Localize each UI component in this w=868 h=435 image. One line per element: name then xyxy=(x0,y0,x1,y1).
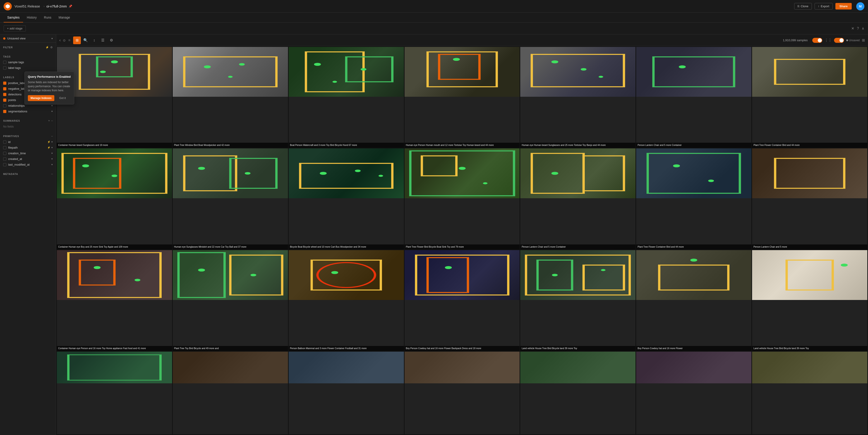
sample-tags-checkbox[interactable] xyxy=(3,61,6,64)
tags-header[interactable]: TAGS xyxy=(0,54,56,59)
label-tags-row[interactable]: label tags xyxy=(0,65,56,71)
grid-dots-icon[interactable]: ⋮⋮ xyxy=(825,38,832,42)
grid-item-r2c4[interactable]: Plant Tree Flower Bird Bicycle Boat Sink… xyxy=(405,148,520,249)
grid-item-r1c6[interactable]: Person Lantern Chair and 5 more Containe… xyxy=(636,47,751,148)
grid-item-r3c6[interactable]: Boy Person Cowboy hat and 16 more Flower xyxy=(636,250,751,351)
points-checkbox[interactable] xyxy=(3,98,6,102)
grid-item-r1c2[interactable]: Plant Tree Window Bird Boat Woodpecker a… xyxy=(173,47,288,148)
grid-item-r3c1[interactable]: Container Human eye Person and 16 more T… xyxy=(57,250,172,351)
detections-name: detections xyxy=(8,93,22,96)
share-button[interactable]: Share xyxy=(835,3,852,9)
summaries-header[interactable]: SUMMARIES + − xyxy=(0,118,56,124)
segmentations-row[interactable]: segmentations ▾ xyxy=(0,109,56,114)
grid-item-r4c3[interactable] xyxy=(289,352,404,434)
summaries-minus-icon[interactable]: − xyxy=(51,119,53,122)
last-modified-checkbox[interactable] xyxy=(3,163,6,166)
id-name: id xyxy=(8,140,10,144)
grid-item-r3c3[interactable]: Person Balloon Mammal and 3 more Flower … xyxy=(289,250,404,351)
grid-item-r2c5[interactable]: Person Lantern Chair and 5 more Containe… xyxy=(520,148,636,249)
toggle-knob xyxy=(818,38,822,42)
relationships-checkbox[interactable] xyxy=(3,104,6,107)
summaries-add-icon[interactable]: + xyxy=(48,119,50,122)
grid-item-r2c6[interactable]: Plant Tree Flower Container Bird and 44 … xyxy=(636,148,751,249)
secondary-toggle-track[interactable] xyxy=(834,38,844,43)
help-icon[interactable]: ? xyxy=(857,27,859,31)
tab-runs[interactable]: Runs xyxy=(40,13,55,23)
tag-icon[interactable]: ⌗ xyxy=(68,38,70,42)
grid-view-icon[interactable]: ⊞ xyxy=(73,36,81,44)
grid-item-r4c4[interactable] xyxy=(405,352,520,434)
grid-item-r4c1[interactable] xyxy=(57,352,172,434)
negative-labels-checkbox[interactable] xyxy=(3,87,6,90)
nav-prev-icon[interactable]: ‹ xyxy=(59,38,61,42)
view-toggle-slider[interactable] xyxy=(812,38,822,43)
lightning-icon[interactable]: ⚡ xyxy=(45,46,49,49)
positive-labels-checkbox[interactable] xyxy=(3,82,6,85)
grid-item-r4c5[interactable] xyxy=(520,352,636,434)
metadata-minus-icon[interactable]: − xyxy=(51,172,53,176)
grid-item-r2c7[interactable]: Person Lantern Chair and 5 more xyxy=(752,148,867,249)
tab-manage[interactable]: Manage xyxy=(55,13,74,23)
export-button[interactable]: ↑ Export xyxy=(814,3,833,9)
grid-item-r2c3[interactable]: Bicycle Boat Bicycle wheel and 10 more C… xyxy=(289,148,404,249)
collapse-icon[interactable]: ∧ xyxy=(862,26,864,31)
grid-item-r4c2[interactable] xyxy=(173,352,288,434)
grid-item-r3c5[interactable]: Land vehicle House Tree Bird Bicycle lan… xyxy=(520,250,636,351)
app-logo[interactable] xyxy=(4,2,12,10)
clone-button[interactable]: ⎘ Clone xyxy=(794,3,812,9)
list-icon[interactable]: ☰ xyxy=(99,36,106,44)
label-tags-checkbox[interactable] xyxy=(3,66,6,69)
avatar[interactable]: M xyxy=(856,2,864,10)
detections-checkbox[interactable] xyxy=(3,93,6,96)
id-row[interactable]: id ⚡ ▾ xyxy=(0,139,56,145)
project-name[interactable]: oi-v7full-2mm xyxy=(46,4,67,8)
layout-grid-icon[interactable]: ⊞ xyxy=(862,38,865,42)
created-at-row[interactable]: created_at ▾ xyxy=(0,156,56,162)
grid-item-r2c2[interactable]: Human eye Sunglasses Miniskirt and 22 mo… xyxy=(173,148,288,249)
got-it-button[interactable]: Got it xyxy=(57,95,69,101)
filter-header[interactable]: FILTER ⚡ ⚙ xyxy=(0,45,56,50)
svg-rect-2 xyxy=(97,57,132,77)
grid-item-r4c6[interactable] xyxy=(636,352,751,434)
filter-icons: ⚡ ⚙ xyxy=(45,46,53,49)
segmentations-checkbox[interactable] xyxy=(3,110,6,113)
last-modified-row[interactable]: last_modified_at ▾ xyxy=(0,162,56,168)
grid-label-r1c5: Human eye Human beard Sunglasses and 25 … xyxy=(520,143,636,148)
grid-item-r1c3[interactable]: Boat Person Watercraft and 3 more Toy Bi… xyxy=(289,47,404,148)
tab-history[interactable]: History xyxy=(23,13,40,23)
grid-item-r4c7[interactable] xyxy=(752,352,867,434)
settings-icon[interactable]: ⚙ xyxy=(50,46,53,49)
created-at-name: created_at xyxy=(8,157,22,161)
close-icon[interactable]: ✕ xyxy=(851,26,854,31)
primitives-minus-icon[interactable]: − xyxy=(51,135,53,138)
primitives-header[interactable]: PRIMITIVES − xyxy=(0,133,56,139)
metadata-header[interactable]: METADATA − xyxy=(0,171,56,177)
sample-tags-row[interactable]: sample tags xyxy=(0,59,56,65)
color-wheel-icon[interactable]: ⊙ xyxy=(63,38,66,42)
search-icon[interactable]: 🔍 xyxy=(82,36,89,44)
creation-time-checkbox[interactable] xyxy=(3,152,6,155)
grid-item-r1c5[interactable]: Human eye Human beard Sunglasses and 25 … xyxy=(520,47,636,148)
header-actions: ⎘ Clone ↑ Export Share M xyxy=(794,2,864,10)
filepath-checkbox[interactable] xyxy=(3,146,6,149)
grid-item-r1c7[interactable]: Plant Tree Flower Container Bird and 44 … xyxy=(752,47,867,148)
creation-time-row[interactable]: creation_time ▾ xyxy=(0,150,56,156)
tab-samples[interactable]: Samples xyxy=(4,13,23,23)
settings-gear-icon[interactable]: ⚙ xyxy=(107,36,115,44)
grid-item-r2c1[interactable]: Container Human eye Boy and 25 more Sink… xyxy=(57,148,172,249)
view-selector[interactable]: Unsaved view ▾ xyxy=(0,34,56,42)
grid-item-r3c2[interactable]: Plant Tree Toy Bird Bicycle and 49 more … xyxy=(173,250,288,351)
grid-item-r3c7[interactable]: Land vehicle House Tree Bird Bicycle lan… xyxy=(752,250,867,351)
add-stage-button[interactable]: + add stage xyxy=(4,25,26,31)
sort-icon[interactable]: ↕ xyxy=(90,36,98,44)
filepath-row[interactable]: filepath ⚡ ▾ xyxy=(0,145,56,150)
toggle-track[interactable] xyxy=(812,38,822,43)
id-checkbox[interactable] xyxy=(3,141,6,144)
grid-item-r3c4[interactable]: Boy Person Cowboy hat and 16 more Flower… xyxy=(405,250,520,351)
tooltip-actions: Manage Indexes Got it xyxy=(28,95,71,101)
created-at-checkbox[interactable] xyxy=(3,157,6,161)
svg-point-57 xyxy=(331,271,338,274)
grid-item-r1c4[interactable]: Human eye Person Human mouth and 12 more… xyxy=(405,47,520,148)
secondary-toggle[interactable] xyxy=(834,38,844,43)
manage-indexes-button[interactable]: Manage Indexes xyxy=(28,95,54,101)
